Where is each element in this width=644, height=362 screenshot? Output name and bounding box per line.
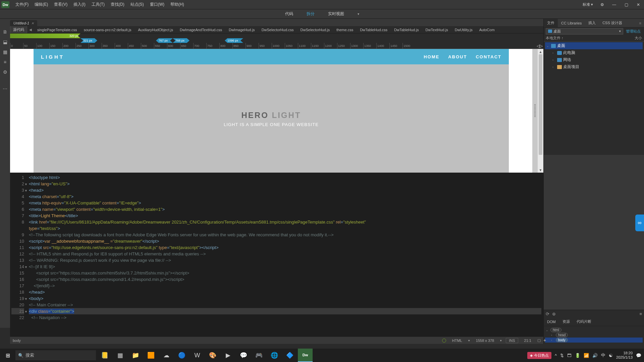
- tray-icon[interactable]: 🗔: [567, 353, 572, 358]
- task-app[interactable]: 🎨: [205, 349, 220, 362]
- status-insert-mode[interactable]: INS: [506, 338, 518, 343]
- live-preview-pane[interactable]: LIGHT HOMEABOUTCONTACT HERO LIGHT LIGHT …: [10, 49, 543, 173]
- task-app[interactable]: 🔵: [174, 349, 189, 362]
- panel-tab[interactable]: 文件: [544, 19, 558, 27]
- ruler-handle-icon[interactable]: ◁▷: [537, 44, 543, 48]
- task-app[interactable]: ▦: [113, 349, 127, 362]
- preview-nav-item[interactable]: HOME: [424, 54, 439, 59]
- add-node-icon[interactable]: +: [543, 338, 546, 343]
- tree-item[interactable]: ›网络: [545, 56, 643, 63]
- task-app-dreamweaver[interactable]: Dw: [298, 349, 313, 362]
- tree-item[interactable]: ⌄桌面: [545, 42, 643, 49]
- status-language[interactable]: HTML: [450, 338, 464, 343]
- document-tab[interactable]: Untitled-1 ✕: [10, 20, 37, 26]
- tray-icon[interactable]: ⇅: [560, 353, 564, 358]
- related-file[interactable]: DwTableHud.js: [391, 27, 422, 33]
- related-file[interactable]: source-sans-pro:n2:default.js: [80, 27, 135, 33]
- menu-item[interactable]: 帮助(H): [168, 1, 187, 8]
- split-view-icon[interactable]: ⬓: [2, 39, 8, 45]
- manage-sites-link[interactable]: 管理站点: [625, 29, 642, 34]
- task-app[interactable]: 📁: [128, 349, 143, 362]
- tree-item[interactable]: ›桌面项目: [545, 63, 643, 70]
- dom-tree[interactable]: ⌄html›head+›body: [544, 326, 644, 344]
- related-file[interactable]: DwTextHud.js: [422, 27, 451, 33]
- menu-item[interactable]: 文件(F): [13, 1, 31, 8]
- panel-menu-icon[interactable]: ≡: [639, 311, 642, 316]
- file-manage-icon[interactable]: 🗎: [2, 29, 8, 35]
- task-app[interactable]: 🌐: [267, 349, 282, 362]
- close-icon[interactable]: ✕: [634, 1, 643, 8]
- menu-item[interactable]: 工具(T): [89, 1, 107, 8]
- menu-item[interactable]: 插入(I): [71, 1, 88, 8]
- task-app[interactable]: 💬: [236, 349, 251, 362]
- tray-clock[interactable]: 18:20 2025/1/13: [616, 351, 633, 360]
- task-app[interactable]: 📒: [97, 349, 112, 362]
- source-code-button[interactable]: 源代码: [10, 26, 27, 34]
- related-file[interactable]: singlePageTemplate.css: [34, 27, 80, 33]
- scroll-thumb[interactable]: [539, 54, 542, 155]
- menu-item[interactable]: 查找(D): [108, 1, 127, 8]
- panel-tab[interactable]: 插入: [585, 19, 599, 27]
- col-size[interactable]: 大小: [633, 35, 644, 41]
- code-content[interactable]: <!doctype html><html lang="en-US"><head>…: [27, 173, 543, 337]
- collapse-icon[interactable]: ⊕: [552, 311, 556, 316]
- dom-node[interactable]: ›head: [545, 333, 643, 338]
- tray-wifi-icon[interactable]: 📶: [584, 353, 589, 358]
- related-file[interactable]: DwImageAndTextHud.css: [176, 27, 225, 33]
- panel-tab[interactable]: 代码片断: [573, 317, 595, 326]
- related-file[interactable]: DwSelectorHud.js: [297, 27, 333, 33]
- files-columns[interactable]: 本地文件 ↑ 大小: [544, 35, 644, 42]
- panel-tab[interactable]: DOM: [544, 318, 559, 325]
- code-pane[interactable]: 12▼3▼4567891011121314▼1516171819▼2021▼22…: [10, 173, 543, 337]
- related-file[interactable]: theme.css: [333, 27, 357, 33]
- breakpoint-bar-2[interactable]: 321 px 767 px 768 px 1096 px: [10, 38, 543, 43]
- view-split[interactable]: 拆分: [303, 10, 318, 18]
- related-prev-icon[interactable]: ◀: [27, 28, 34, 32]
- view-live[interactable]: 实时视图: [325, 10, 347, 18]
- related-file[interactable]: DwUtility.js: [451, 27, 476, 33]
- refresh-icon[interactable]: ⟳: [546, 311, 549, 316]
- task-app[interactable]: ▶: [221, 349, 235, 362]
- side-floating-button[interactable]: ∞: [635, 215, 644, 231]
- taskbar-search[interactable]: 🔍 搜索: [15, 350, 96, 360]
- files-tree[interactable]: ⌄桌面›此电脑›网络›桌面项目: [544, 42, 644, 71]
- workspace-switcher[interactable]: 标准 ▾: [581, 1, 594, 8]
- preview-nav-item[interactable]: CONTACT: [476, 54, 501, 59]
- maximize-icon[interactable]: ▢: [622, 1, 631, 8]
- preview-scrollbar[interactable]: ▲ ▼: [538, 49, 543, 173]
- bp-320[interactable]: 320 px: [69, 34, 78, 38]
- tray-notifications-icon[interactable]: 💬: [636, 353, 641, 358]
- dom-node[interactable]: ⌄html: [545, 327, 643, 333]
- more-tools-icon[interactable]: ⋯: [2, 86, 8, 92]
- scroll-down-icon[interactable]: ▼: [538, 167, 543, 173]
- bp-321[interactable]: 321 px: [80, 38, 97, 43]
- dom-node[interactable]: +›body: [545, 338, 643, 343]
- panel-tab[interactable]: CSS 设计器: [599, 19, 626, 27]
- panel-tab[interactable]: CC Libraries: [558, 19, 585, 27]
- status-ok-icon[interactable]: [442, 339, 446, 343]
- view-dropdown-icon[interactable]: ▾: [354, 11, 363, 17]
- related-file[interactable]: AuxiliaryHudObject.js: [135, 27, 176, 33]
- task-app[interactable]: 🎮: [252, 349, 266, 362]
- sync-settings-icon[interactable]: ⚙: [598, 1, 606, 8]
- col-local-files[interactable]: 本地文件 ↑: [544, 35, 633, 41]
- panel-menu-icon[interactable]: ≡: [637, 21, 644, 25]
- tray-battery-icon[interactable]: 🔋: [575, 353, 580, 358]
- related-file[interactable]: DwSelectorHud.css: [258, 27, 297, 33]
- tray-icon[interactable]: ☯: [609, 353, 613, 358]
- menu-item[interactable]: 窗口(W): [147, 1, 167, 8]
- task-app[interactable]: ☁: [159, 349, 174, 362]
- task-app[interactable]: 🟧: [144, 349, 158, 362]
- bp-767[interactable]: 767 px: [156, 38, 173, 43]
- task-app[interactable]: W: [190, 349, 205, 362]
- status-preview-icon[interactable]: ▢: [537, 338, 541, 343]
- news-widget[interactable]: ◈ 今日热点: [527, 352, 551, 359]
- width-scrubber[interactable]: [532, 49, 538, 173]
- menu-item[interactable]: 站点(S): [128, 1, 147, 8]
- related-file[interactable]: AutoCom: [476, 27, 498, 33]
- site-dropdown[interactable]: 桌面 ▾: [546, 28, 623, 35]
- menu-item[interactable]: 编辑(E): [32, 1, 51, 8]
- panel-tab[interactable]: 资源: [559, 317, 573, 326]
- start-button[interactable]: ⊞: [0, 349, 15, 362]
- view-code[interactable]: 代码: [282, 10, 297, 18]
